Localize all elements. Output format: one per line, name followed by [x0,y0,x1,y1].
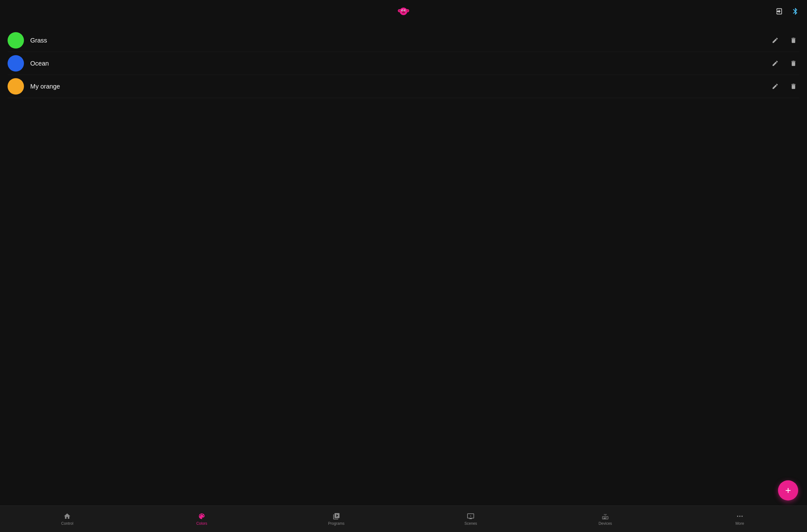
edit-icon [772,37,778,44]
svg-point-9 [402,11,405,14]
color-item-my-orange: My orange [7,75,800,98]
nav-item-colors[interactable]: Colors [135,506,269,532]
login-icon [775,7,784,16]
edit-grass-button[interactable] [769,34,781,46]
nav-item-more[interactable]: More [672,506,807,532]
monkey-logo-icon [397,4,410,18]
color-item-ocean: Ocean [7,52,800,75]
svg-point-14 [739,516,740,517]
programs-icon [333,512,340,520]
delete-icon [790,37,797,44]
nav-label-control: Control [61,521,73,526]
nav-label-devices: Devices [599,521,612,526]
delete-ocean-button[interactable] [787,57,800,69]
nav-item-control[interactable]: Control [0,506,135,532]
color-list: Grass Ocean [0,23,807,506]
nav-label-colors: Colors [196,521,207,526]
edit-ocean-button[interactable] [769,57,781,69]
color-swatch-ocean [7,55,24,72]
devices-icon [601,512,609,520]
edit-my-orange-button[interactable] [769,80,781,92]
nav-label-programs: Programs [328,521,344,526]
svg-point-13 [737,516,738,517]
scenes-icon [467,512,474,520]
svg-point-3 [398,10,400,12]
color-name-grass: Grass [30,37,769,44]
edit-icon [772,83,778,90]
header [0,0,807,23]
plus-icon: + [785,486,791,495]
delete-my-orange-button[interactable] [787,80,800,92]
color-item-grass: Grass [7,29,800,52]
nav-item-programs[interactable]: Programs [269,506,404,532]
nav-label-scenes: Scenes [464,521,477,526]
svg-point-10 [402,12,403,13]
color-name-my-orange: My orange [30,83,769,90]
home-icon [63,512,71,520]
app-logo [397,4,410,18]
svg-point-11 [404,12,405,13]
header-actions [774,6,801,17]
edit-icon [772,60,778,67]
bottom-navigation: Control Colors Programs Scenes Devices [0,506,807,532]
color-actions-ocean [769,57,800,69]
svg-point-4 [407,10,409,12]
color-actions-grass [769,34,800,46]
svg-point-7 [402,10,402,11]
svg-point-8 [405,10,405,11]
color-name-ocean: Ocean [30,60,769,67]
color-actions-my-orange [769,80,800,92]
delete-grass-button[interactable] [787,34,800,46]
color-swatch-grass [7,32,24,49]
svg-point-15 [742,516,743,517]
more-icon [736,512,744,520]
bluetooth-icon [791,7,800,16]
delete-icon [790,83,797,90]
color-swatch-my-orange [7,78,24,95]
bluetooth-button[interactable] [790,6,801,17]
palette-icon [198,512,206,520]
nav-label-more: More [735,521,744,526]
add-color-fab[interactable]: + [778,480,798,500]
nav-item-devices[interactable]: Devices [538,506,673,532]
login-button[interactable] [774,6,785,17]
nav-item-scenes[interactable]: Scenes [404,506,538,532]
delete-icon [790,60,797,67]
